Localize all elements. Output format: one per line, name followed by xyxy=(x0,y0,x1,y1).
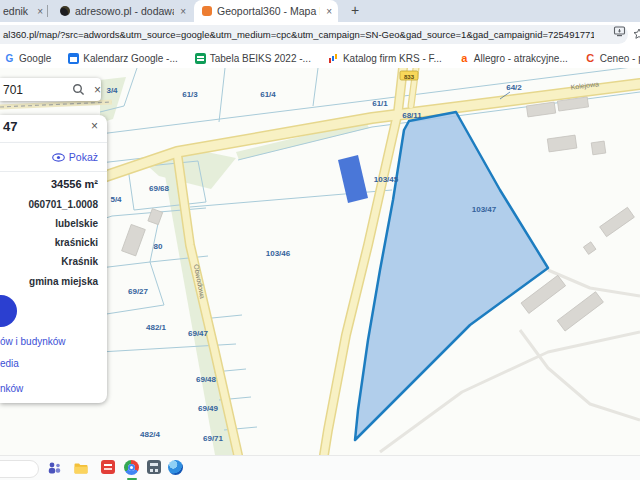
tab-2-close-icon[interactable]: × xyxy=(180,6,186,17)
send-to-device-icon[interactable] xyxy=(613,25,626,38)
parcel-label: 69/68 xyxy=(149,184,170,193)
tab-3-title: Geoportal360 - Mapa Interakt xyxy=(217,5,320,17)
calendar-icon xyxy=(68,53,79,64)
divider xyxy=(0,171,107,172)
parcel-label: 69/47 xyxy=(188,329,209,338)
parcel-id-value: 060701_1.0008 xyxy=(28,199,98,210)
parcel-label: 103/45 xyxy=(374,175,399,184)
tab-3-close-icon[interactable]: × xyxy=(326,6,332,17)
municipality-value: Kraśnik xyxy=(61,256,98,267)
parcel-label: 5/4 xyxy=(110,195,122,204)
parcel-label: 482/4 xyxy=(140,430,161,439)
voivodeship-value: lubelskie xyxy=(55,218,98,229)
allegro-icon: a xyxy=(459,53,470,64)
parcel-label: 69/48 xyxy=(196,375,217,384)
parcel-label: 80 xyxy=(154,242,163,251)
bookmark-google[interactable]: G Google xyxy=(4,53,51,64)
parcel-label: 69/71 xyxy=(203,434,224,443)
bookmark-kalendarz[interactable]: Kalendarz Google -... xyxy=(68,53,178,64)
parcel-label: 482/1 xyxy=(146,323,167,332)
calculator-icon[interactable] xyxy=(147,460,163,476)
parcel-label: 68/11 xyxy=(402,111,422,120)
edge-icon[interactable] xyxy=(168,460,184,476)
parcel-label: 64/2 xyxy=(506,83,522,92)
tab-2-title: adresowo.pl - dodawanie bez xyxy=(75,5,174,17)
bookmarks-bar: G Google Kalendarz Google -... Tabela BE… xyxy=(0,48,640,69)
search-input[interactable]: 701 xyxy=(3,83,72,97)
buildings-link[interactable]: nków xyxy=(0,383,23,394)
bookmark-allegro[interactable]: a Allegro - atrakcyjne... xyxy=(459,53,568,64)
parcel-area-value: 34556 m² xyxy=(51,178,98,190)
registry-link[interactable]: ów i budynków xyxy=(0,336,66,347)
new-tab-button[interactable]: + xyxy=(346,2,364,20)
parcel-label: 61/1 xyxy=(372,99,388,108)
folder-icon[interactable] xyxy=(73,460,89,476)
parcel-label: 103/47 xyxy=(472,205,497,214)
media-link[interactable]: edia xyxy=(0,358,19,369)
tab-3-active[interactable]: Geoportal360 - Mapa Interakt × xyxy=(194,0,338,22)
tab-2[interactable]: adresowo.pl - dodawanie bez × xyxy=(52,0,192,22)
google-icon: G xyxy=(4,53,15,64)
panel-action-button[interactable] xyxy=(0,295,17,327)
taskbar xyxy=(0,455,640,480)
tab-strip: ednik × adresowo.pl - dodawanie bez × Ge… xyxy=(0,0,640,22)
tab-separator xyxy=(47,5,48,17)
bar-chart-icon xyxy=(328,53,339,64)
parcel-number: 47 xyxy=(3,119,17,134)
route-number-text: 833 xyxy=(404,74,415,80)
adresowo-favicon xyxy=(60,6,70,16)
parcel-label: 61/3 xyxy=(182,90,198,99)
divider xyxy=(0,142,107,143)
taskbar-search[interactable] xyxy=(0,460,39,478)
parcel-label: 103/46 xyxy=(266,249,291,258)
parcel-label: 69/49 xyxy=(198,404,219,413)
parcel-label: 69/27 xyxy=(128,287,149,296)
show-parcel-link[interactable]: Pokaż xyxy=(52,151,98,163)
bookmark-star-icon[interactable] xyxy=(633,28,640,40)
bookmark-katalog[interactable]: Katalog firm KRS - F... xyxy=(328,53,442,64)
tab-1-close-icon[interactable]: × xyxy=(37,6,43,17)
panel-close-icon[interactable]: × xyxy=(91,119,98,133)
map-search-box[interactable]: 701 × xyxy=(0,78,101,101)
parcel-label: 61/4 xyxy=(260,90,276,99)
parcel-label: 3/4 xyxy=(106,86,118,95)
gmina-type-value: gmina miejska xyxy=(29,276,98,287)
chrome-icon[interactable] xyxy=(124,460,140,476)
eye-icon xyxy=(52,153,65,162)
bookmark-ceneo[interactable]: C Ceneo - porównani... xyxy=(585,53,640,64)
county-value: kraśnicki xyxy=(55,237,98,248)
parcel-info-panel: 47 × Pokaż 34556 m² 060701_1.0008 lubels… xyxy=(0,115,107,403)
url-text: al360.pl/map/?src=adwords&utm_source=goo… xyxy=(3,29,594,40)
red-app-icon[interactable] xyxy=(101,460,117,476)
search-close-icon[interactable]: × xyxy=(94,83,101,97)
browser-toolbar: al360.pl/map/?src=adwords&utm_source=goo… xyxy=(0,22,640,48)
search-icon[interactable] xyxy=(72,83,85,96)
spreadsheet-icon xyxy=(195,53,206,64)
screen: ednik × adresowo.pl - dodawanie bez × Ge… xyxy=(0,0,640,480)
ceneo-icon: C xyxy=(585,53,596,64)
tab-1[interactable]: ednik × xyxy=(0,0,49,22)
geoportal-favicon xyxy=(202,6,212,16)
bookmark-tabela[interactable]: Tabela BEIKS 2022 -... xyxy=(195,53,311,64)
teams-icon[interactable] xyxy=(46,460,62,476)
address-bar[interactable]: al360.pl/map/?src=adwords&utm_source=goo… xyxy=(0,25,628,44)
tab-1-title: ednik xyxy=(3,5,31,17)
